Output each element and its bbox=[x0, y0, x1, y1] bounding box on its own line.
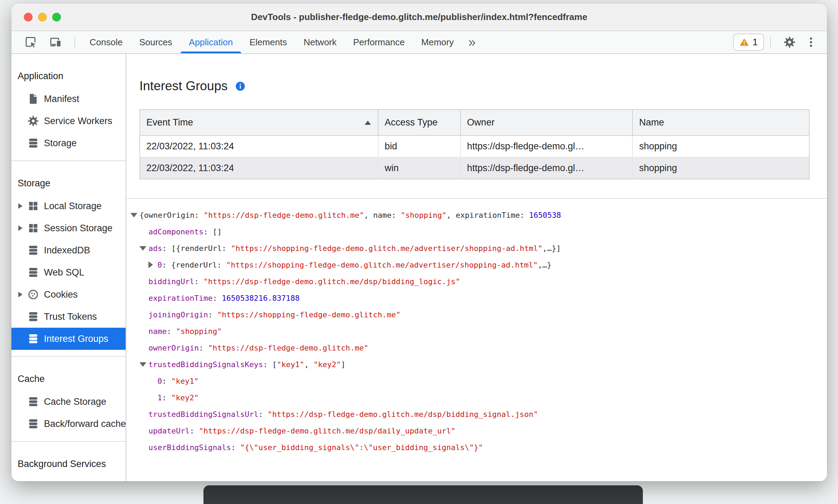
tree-node[interactable]: expirationTime: 1650538216.837188 bbox=[126, 290, 827, 307]
tree-node[interactable]: name: "shopping" bbox=[126, 323, 827, 340]
table-cell: https://dsp-fledge-demo.gl… bbox=[461, 157, 632, 179]
tab-elements[interactable]: Elements bbox=[241, 31, 295, 53]
sidebar-item-label: Manifest bbox=[44, 94, 79, 104]
tree-node[interactable]: 1: "key2" bbox=[126, 390, 827, 406]
fetch-icon bbox=[27, 481, 39, 481]
database-icon bbox=[27, 396, 39, 408]
devtools-window: DevTools - publisher-fledge-demo.glitch.… bbox=[11, 3, 827, 481]
sidebar-item-manifest[interactable]: Manifest bbox=[11, 88, 126, 110]
sidebar-section-title: Application bbox=[11, 64, 126, 88]
database-icon bbox=[27, 311, 39, 323]
json-plain: : bbox=[258, 410, 268, 419]
table-cell: 22/03/2022, 11:03:24 bbox=[140, 136, 378, 157]
tree-node[interactable]: userBiddingSignals: "{\"user_bidding_sig… bbox=[126, 439, 827, 456]
zoom-button[interactable] bbox=[52, 13, 61, 21]
json-tree: {ownerOrigin: "https://dsp-fledge-demo.g… bbox=[126, 199, 827, 481]
tree-node[interactable]: trustedBiddingSignalsUrl: "https://dsp-f… bbox=[126, 406, 827, 423]
disclosure-triangle-icon[interactable] bbox=[18, 203, 22, 209]
json-string: "https://shopping-fledge-demo.glitch.me/… bbox=[231, 244, 543, 253]
json-string: "{\"user_bidding_signals\":\"user_biddin… bbox=[240, 443, 483, 452]
sidebar-item-storage[interactable]: Storage bbox=[11, 132, 126, 154]
disclosure-triangle-icon[interactable] bbox=[18, 225, 22, 231]
tree-node[interactable]: updateUrl: "https://dsp-fledge-demo.glit… bbox=[126, 423, 827, 439]
device-toolbar-icon bbox=[49, 36, 62, 48]
table-row[interactable]: 22/03/2022, 11:03:24bidhttps://dsp-fledg… bbox=[140, 136, 809, 157]
tab-console[interactable]: Console bbox=[81, 31, 131, 53]
disclosure-triangle-icon[interactable] bbox=[18, 292, 22, 297]
json-key: expirationTime bbox=[148, 294, 212, 302]
tree-node[interactable]: 0: {renderUrl: "https://shopping-fledge-… bbox=[126, 257, 827, 273]
tree-node[interactable]: 0: "key1" bbox=[126, 373, 827, 390]
column-header-name[interactable]: Name bbox=[632, 110, 809, 136]
json-key: biddingUrl bbox=[148, 277, 194, 286]
sidebar-item-cookies[interactable]: Cookies bbox=[11, 283, 126, 306]
column-header-owner[interactable]: Owner bbox=[461, 110, 632, 136]
tab-memory[interactable]: Memory bbox=[413, 31, 462, 53]
json-key: trustedBiddingSignalsUrl bbox=[148, 410, 258, 419]
json-key: 0 bbox=[157, 377, 162, 385]
sidebar-section-title: Background Services bbox=[11, 452, 126, 476]
tab-performance[interactable]: Performance bbox=[345, 31, 413, 53]
issues-badge[interactable]: 1 bbox=[733, 34, 764, 51]
tree-expanded-arrow-icon[interactable] bbox=[130, 213, 137, 217]
sidebar-item-indexeddb[interactable]: IndexedDB bbox=[11, 239, 126, 261]
tree-node[interactable]: ads: [{renderUrl: "https://shopping-fled… bbox=[126, 240, 827, 257]
json-string: "key2" bbox=[171, 393, 199, 402]
json-string: "https://dsp-fledge-demo.glitch.me" bbox=[203, 211, 364, 220]
sidebar-item-label: Session Storage bbox=[44, 223, 112, 234]
json-string: "key1" bbox=[171, 377, 199, 385]
sidebar-section-background-services: Background ServicesBackground Fetch bbox=[11, 442, 126, 481]
json-plain: : bbox=[162, 377, 171, 385]
close-button[interactable] bbox=[24, 13, 33, 21]
tree-node[interactable]: ownerOrigin: "https://dsp-fledge-demo.gl… bbox=[126, 340, 827, 356]
sidebar-item-interest-groups[interactable]: Interest Groups bbox=[11, 328, 126, 350]
json-string: "https://dsp-fledge-demo.glitch.me/dsp/b… bbox=[267, 410, 538, 419]
sidebar-item-label: Storage bbox=[44, 138, 77, 149]
tree-expanded-arrow-icon[interactable] bbox=[139, 246, 146, 251]
more-options-button[interactable] bbox=[802, 31, 820, 53]
sidebar-item-label: Service Workers bbox=[44, 116, 112, 127]
tree-node[interactable]: trustedBiddingSignalsKeys: ["key1", "key… bbox=[126, 356, 827, 373]
tab-application[interactable]: Application bbox=[181, 31, 241, 53]
database-icon bbox=[27, 333, 39, 345]
json-plain: {ownerOrigin: bbox=[139, 211, 203, 220]
tree-collapsed-arrow-icon[interactable] bbox=[148, 261, 153, 268]
tree-node[interactable]: joiningOrigin: "https://shopping-fledge-… bbox=[126, 307, 827, 323]
database-icon bbox=[27, 244, 39, 256]
tree-node[interactable]: {ownerOrigin: "https://dsp-fledge-demo.g… bbox=[126, 207, 827, 224]
more-tabs-button[interactable]: » bbox=[462, 31, 482, 53]
sidebar-section-title: Cache bbox=[11, 367, 126, 391]
table-row[interactable]: 22/03/2022, 11:03:24winhttps://dsp-fledg… bbox=[140, 157, 809, 179]
sidebar-item-session-storage[interactable]: Session Storage bbox=[11, 217, 126, 239]
traffic-lights bbox=[24, 13, 61, 21]
tab-network[interactable]: Network bbox=[295, 31, 345, 53]
settings-gear-button[interactable] bbox=[777, 31, 802, 53]
minimize-button[interactable] bbox=[38, 13, 47, 21]
interest-groups-table: Event TimeAccess TypeOwnerName 22/03/202… bbox=[139, 109, 810, 179]
device-toolbar-button[interactable] bbox=[43, 31, 68, 53]
table-header-row: Event TimeAccess TypeOwnerName bbox=[140, 110, 809, 136]
sidebar-item-cache-storage[interactable]: Cache Storage bbox=[11, 391, 126, 413]
sidebar-item-web-sql[interactable]: Web SQL bbox=[11, 261, 126, 283]
tree-expanded-arrow-icon[interactable] bbox=[139, 362, 146, 367]
inspect-element-button[interactable] bbox=[18, 31, 43, 53]
sidebar-item-trust-tokens[interactable]: Trust Tokens bbox=[11, 306, 126, 328]
sidebar-item-back-forward-cache[interactable]: Back/forward cache bbox=[11, 413, 126, 435]
sidebar-item-background-fetch[interactable]: Background Fetch bbox=[11, 476, 126, 481]
database-icon bbox=[27, 267, 39, 278]
column-header-access-type[interactable]: Access Type bbox=[378, 110, 461, 136]
tab-sources[interactable]: Sources bbox=[131, 31, 180, 53]
sidebar-item-local-storage[interactable]: Local Storage bbox=[11, 195, 126, 217]
sidebar-item-label: Cache Storage bbox=[44, 396, 106, 407]
json-string: "https://dsp-fledge-demo.glitch.me" bbox=[208, 344, 368, 352]
column-header-event-time[interactable]: Event Time bbox=[140, 110, 378, 136]
inspect-cursor-icon bbox=[25, 36, 37, 48]
json-plain: , name: bbox=[364, 211, 401, 220]
sidebar-item-label: Back/forward cache bbox=[44, 419, 126, 429]
titlebar: DevTools - publisher-fledge-demo.glitch.… bbox=[11, 3, 827, 31]
tree-node[interactable]: biddingUrl: "https://dsp-fledge-demo.gli… bbox=[126, 273, 827, 290]
info-icon[interactable] bbox=[235, 81, 246, 92]
sidebar-item-service-workers[interactable]: Service Workers bbox=[11, 110, 126, 132]
json-key: trustedBiddingSignalsKeys bbox=[148, 360, 263, 369]
tree-node[interactable]: adComponents: [] bbox=[126, 224, 827, 240]
